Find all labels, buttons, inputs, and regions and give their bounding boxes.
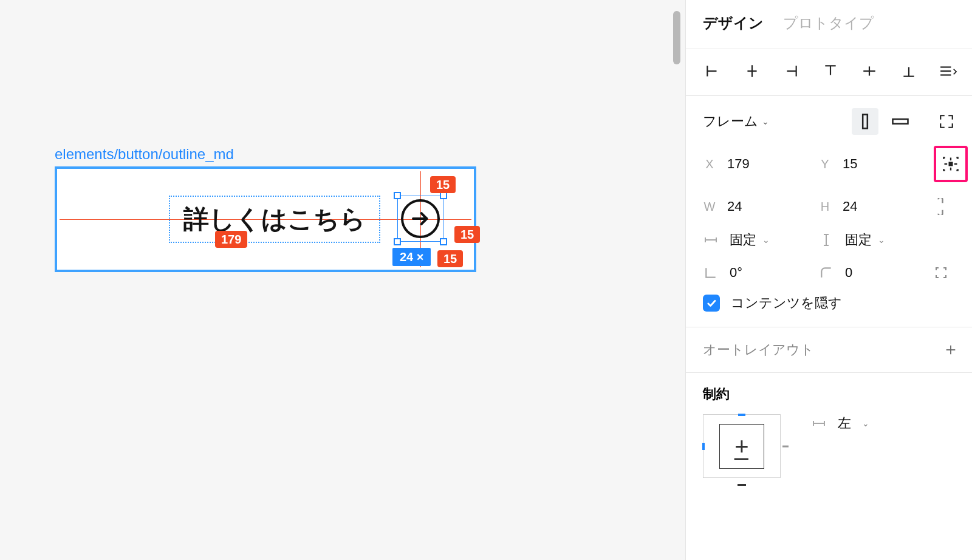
panel-tabs: デザイン プロトタイプ [686, 0, 972, 49]
svg-rect-17 [893, 119, 908, 124]
horiz-resize-field[interactable]: 固定⌄ [703, 231, 818, 249]
corner-radius-field[interactable]: 0 [818, 265, 934, 281]
aspect-lock-icon[interactable] [934, 198, 970, 215]
resize-handle-br[interactable] [440, 238, 447, 245]
align-top-icon[interactable] [821, 61, 840, 81]
measure-badge-left: 179 [215, 231, 247, 248]
auto-layout-section: オートレイアウト [686, 327, 972, 373]
resize-handle-tl[interactable] [394, 192, 401, 199]
svg-rect-18 [949, 162, 953, 166]
rotation-field[interactable]: 0° [703, 265, 818, 281]
absolute-position-button[interactable] [934, 146, 968, 182]
w-field[interactable]: W 24 [703, 199, 818, 214]
vert-resize-field[interactable]: 固定⌄ [818, 231, 934, 249]
design-panel: デザイン プロトタイプ フレーム⌄ [685, 0, 972, 560]
constraint-top-indicator [738, 414, 745, 416]
resize-vertical-mode[interactable] [852, 108, 878, 135]
align-right-icon[interactable] [781, 61, 801, 81]
constraint-right-mark [782, 445, 789, 447]
frame-section: フレーム⌄ X 179 Y 15 [686, 96, 972, 327]
horiz-resize-icon [703, 235, 719, 245]
alignment-row [686, 49, 972, 96]
resize-horizontal-mode[interactable] [887, 108, 914, 135]
frame-section-title[interactable]: フレーム⌄ [703, 112, 769, 131]
independent-corners-icon[interactable] [934, 265, 970, 280]
chevron-down-icon: ⌄ [762, 117, 769, 126]
horiz-resize-icon [811, 418, 827, 428]
add-auto-layout-button[interactable] [944, 343, 957, 357]
svg-rect-16 [863, 115, 868, 129]
canvas-area[interactable]: elements/button/outline_md 詳しくはこちら 179 1… [0, 0, 685, 560]
h-field[interactable]: H 24 [818, 199, 934, 214]
distribute-icon[interactable] [938, 61, 957, 81]
x-field[interactable]: X 179 [703, 156, 818, 172]
arrow-right-circle-icon [401, 199, 440, 238]
constraint-horizontal-select[interactable]: 左 ⌄ [811, 414, 869, 432]
align-bottom-icon[interactable] [899, 61, 919, 81]
frame-on-canvas: elements/button/outline_md 詳しくはこちら 179 1… [55, 146, 476, 272]
vert-resize-icon [818, 233, 834, 247]
constraint-left-indicator [702, 443, 705, 450]
clip-content-row[interactable]: コンテンツを隠す [703, 294, 960, 312]
tab-prototype[interactable]: プロトタイプ [783, 13, 874, 33]
clip-content-label: コンテンツを隠す [731, 294, 842, 312]
constraints-title: 制約 [703, 385, 957, 403]
clip-content-checkbox[interactable] [703, 295, 720, 312]
chevron-down-icon: ⌄ [878, 235, 885, 245]
constraints-section: 制約 +_ 左 ⌄ [686, 373, 972, 478]
corner-radius-icon [818, 266, 834, 279]
tab-design[interactable]: デザイン [703, 13, 764, 33]
resize-to-fit-icon[interactable] [933, 108, 960, 135]
selection-dimensions-badge: 24 × [392, 248, 431, 266]
measure-badge-right: 15 [454, 226, 480, 243]
constraints-widget[interactable]: +_ [703, 414, 781, 478]
outer-frame[interactable]: 詳しくはこちら 179 15 15 24 × 15 [55, 166, 476, 272]
selected-arrow-icon-frame[interactable] [397, 196, 443, 242]
plus-icon: +_ [734, 440, 748, 452]
resize-handle-bl[interactable] [394, 238, 401, 245]
constraint-inner-box: +_ [719, 424, 764, 469]
chevron-down-icon: ⌄ [862, 418, 869, 428]
chevron-down-icon: ⌄ [762, 235, 770, 245]
frame-label[interactable]: elements/button/outline_md [55, 146, 476, 163]
auto-layout-title: オートレイアウト [703, 341, 814, 359]
angle-icon [703, 266, 719, 279]
canvas-scrollbar[interactable] [673, 11, 680, 64]
measure-badge-bottom: 15 [437, 250, 463, 267]
y-field[interactable]: Y 15 [818, 156, 934, 172]
align-left-icon[interactable] [703, 61, 722, 81]
constraint-bottom-mark [738, 484, 746, 486]
align-vcenter-icon[interactable] [860, 61, 879, 81]
button-text: 詳しくはこちら [183, 202, 366, 236]
align-hcenter-icon[interactable] [742, 61, 762, 81]
measure-badge-top: 15 [430, 176, 456, 193]
button-text-layer[interactable]: 詳しくはこちら [169, 196, 380, 243]
